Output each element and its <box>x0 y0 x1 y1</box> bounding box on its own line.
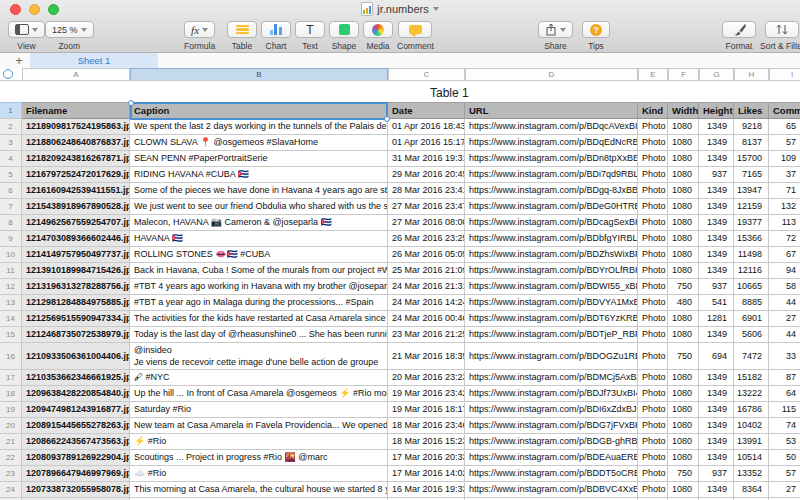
cell-width[interactable]: 1080 <box>668 215 699 231</box>
cell-likes[interactable]: 13947 <box>734 183 769 199</box>
cell-kind[interactable]: Photo <box>638 247 668 263</box>
cell-filename[interactable]: 1212981284884975885.jpg <box>22 295 130 311</box>
cell-comments[interactable]: 72 <box>769 231 800 247</box>
cell-likes[interactable]: 11498 <box>734 247 769 263</box>
cell-width[interactable]: 1080 <box>668 418 699 434</box>
cell-width[interactable]: 1080 <box>668 119 699 135</box>
cell-height[interactable]: 1349 <box>699 327 734 343</box>
cell-width[interactable]: 750 <box>668 279 699 295</box>
cell-filename[interactable]: 1209474981243916877.jpg <box>22 402 130 418</box>
cell-likes[interactable]: 8885 <box>734 295 769 311</box>
cell-url[interactable]: https://www.instagram.com/p/BDJf73UxBI4/ <box>465 386 638 402</box>
row-number[interactable]: 23 <box>0 466 22 482</box>
cell-caption[interactable]: We just went to see our friend Obdulia w… <box>130 199 388 215</box>
cell-height[interactable]: 1281 <box>699 311 734 327</box>
cell-width[interactable]: 1080 <box>668 199 699 215</box>
cell-date[interactable]: 24 Mar 2016 21:31:32 <box>388 279 465 295</box>
cell-comments[interactable]: 94 <box>769 263 800 279</box>
cell-url[interactable]: https://www.instagram.com/p/BDcagSexBKz/ <box>465 215 638 231</box>
cell-width[interactable]: 1080 <box>668 183 699 199</box>
cell-date[interactable]: 18 Mar 2016 15:23:09 <box>388 434 465 450</box>
cell-date[interactable]: 16 Mar 2016 19:33:34 <box>388 482 465 498</box>
cell-kind[interactable]: Photo <box>638 231 668 247</box>
row-number[interactable]: 4 <box>0 151 22 167</box>
cell-likes[interactable]: 13991 <box>734 434 769 450</box>
cell-filename[interactable]: 1212569515590947334.jpg <box>22 311 130 327</box>
row-number[interactable]: 11 <box>0 263 22 279</box>
cell-comments[interactable]: 87 <box>769 370 800 386</box>
cell-caption[interactable]: Some of the pieces we have done in Havan… <box>130 183 388 199</box>
cell-kind[interactable]: Photo <box>638 434 668 450</box>
cell-likes[interactable]: 12159 <box>734 199 769 215</box>
row-number[interactable]: 10 <box>0 247 22 263</box>
cell-url[interactable]: https://www.instagram.com/p/BDi7qd9RBLd/ <box>465 167 638 183</box>
cell-filename[interactable]: 1215438918967890528.jpg <box>22 199 130 215</box>
cell-kind[interactable]: Photo <box>638 402 668 418</box>
cell-likes[interactable]: 19377 <box>734 215 769 231</box>
row-number[interactable]: 17 <box>0 370 22 386</box>
cell-url[interactable]: https://www.instagram.com/p/BDYrOLfRBKi/ <box>465 263 638 279</box>
cell-url[interactable]: https://www.instagram.com/p/BDG7jFVxBK3/ <box>465 418 638 434</box>
cell-comments[interactable]: 132 <box>769 199 800 215</box>
cell-filename[interactable]: 1214962567559254707.jpg <box>22 215 130 231</box>
cell-url[interactable]: https://www.instagram.com/p/BDMCj5AxBAl/ <box>465 370 638 386</box>
zoom-button[interactable]: 125 % <box>45 21 94 38</box>
cell-date[interactable]: 19 Mar 2016 18:17:54 <box>388 402 465 418</box>
shape-button[interactable] <box>329 21 359 38</box>
add-sheet-button[interactable]: + <box>8 53 31 68</box>
comment-button[interactable] <box>398 21 432 38</box>
cell-kind[interactable]: Photo <box>638 295 668 311</box>
cell-comments[interactable]: 109 <box>769 151 800 167</box>
cell-comments[interactable]: 27 <box>769 482 800 498</box>
cell-date[interactable]: 17 Mar 2016 20:33:44 <box>388 450 465 466</box>
cell-url[interactable]: https://www.instagram.com/p/BDeG0HTRBJg/ <box>465 199 638 215</box>
cell-comments[interactable]: 33 <box>769 343 800 370</box>
view-button[interactable] <box>8 21 45 38</box>
cell-filename[interactable]: 1210933506361004406.jpg <box>22 343 130 370</box>
cell-caption[interactable]: This morning at Casa Amarela, the cultur… <box>130 482 388 498</box>
cell-date[interactable]: 24 Mar 2016 00:46:12 <box>388 311 465 327</box>
cell-filename[interactable]: 1218806248640876837.jpg <box>22 135 130 151</box>
cell-date[interactable]: 17 Mar 2016 14:02:02 <box>388 466 465 482</box>
cell-width[interactable]: 1080 <box>668 370 699 386</box>
cell-comments[interactable]: 53 <box>769 434 800 450</box>
column-letter-D[interactable]: D <box>465 68 638 80</box>
close-button[interactable] <box>10 4 21 15</box>
cell-filename[interactable]: 1210353662346661925.jpg <box>22 370 130 386</box>
cell-caption[interactable]: CLOWN SLAVA 📍 @osgemeos #SlavaHome <box>130 135 388 151</box>
cell-width[interactable]: 750 <box>668 343 699 370</box>
cell-caption[interactable]: #TBT a year ago in Malaga during the pro… <box>130 295 388 311</box>
cell-comments[interactable]: 37 <box>769 167 800 183</box>
minimize-button[interactable] <box>29 4 40 15</box>
cell-filename[interactable]: 1208093789126922904.jpg <box>22 450 130 466</box>
cell-filename[interactable]: 1214149757950497737.jpg <box>22 247 130 263</box>
row-number[interactable]: 1 <box>0 102 22 119</box>
cell-date[interactable]: 28 Mar 2016 23:41:43 <box>388 183 465 199</box>
text-button[interactable]: T <box>295 21 325 38</box>
cell-comments[interactable]: 57 <box>769 135 800 151</box>
cell-likes[interactable]: 7165 <box>734 167 769 183</box>
cell-comments[interactable]: 44 <box>769 327 800 343</box>
column-letter-I[interactable]: I <box>769 68 800 80</box>
table-button[interactable] <box>227 21 257 38</box>
row-number[interactable]: 18 <box>0 386 22 402</box>
cell-width[interactable]: 1080 <box>668 482 699 498</box>
row-number[interactable]: 5 <box>0 167 22 183</box>
cell-caption[interactable]: 🖋 #NYC <box>130 370 388 386</box>
cell-caption[interactable]: RIDING HAVANA #CUBA 🇨🇺 <box>130 167 388 183</box>
cell-filename[interactable]: 1208915445655278263.jpg <box>22 418 130 434</box>
cell-likes[interactable]: 9218 <box>734 119 769 135</box>
row-number[interactable]: 22 <box>0 450 22 466</box>
row-number[interactable]: 15 <box>0 327 22 343</box>
cell-kind[interactable]: Photo <box>638 151 668 167</box>
cell-comments[interactable]: 50 <box>769 450 800 466</box>
cell-filename[interactable]: 1216160942539411551.jpg <box>22 183 130 199</box>
cell-height[interactable]: 1349 <box>699 151 734 167</box>
cell-likes[interactable]: 7472 <box>734 343 769 370</box>
header-likes[interactable]: Likes <box>734 102 769 119</box>
cell-likes[interactable]: 10402 <box>734 418 769 434</box>
zoom-window-button[interactable] <box>48 4 59 15</box>
cell-comments[interactable]: 71 <box>769 183 800 199</box>
cell-filename[interactable]: 1207896647946997969.jpg <box>22 466 130 482</box>
cell-date[interactable]: 26 Mar 2016 05:05:51 <box>388 247 465 263</box>
